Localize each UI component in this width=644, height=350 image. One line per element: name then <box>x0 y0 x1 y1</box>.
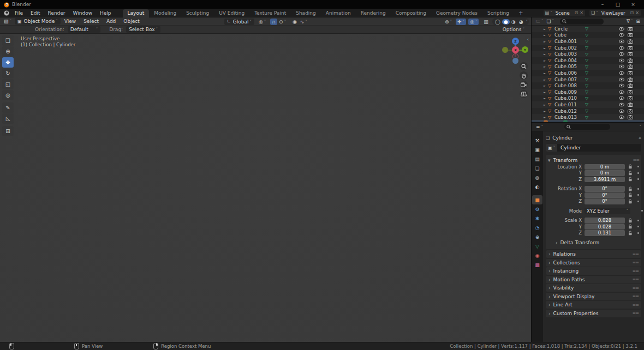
sidebar-collapse-arrow[interactable]: ‹ <box>527 37 529 42</box>
outliner-filter-button[interactable]: ∇ ˅ <box>625 19 635 24</box>
object-name[interactable]: Cube.001 <box>554 39 585 44</box>
outliner-row[interactable]: ► ▽ Cube.003 ▽ <box>532 51 644 57</box>
outliner-row[interactable]: ► ▽ Cube.009 ▽ <box>532 89 644 95</box>
minimize-button[interactable]: – <box>595 2 610 7</box>
hide-in-viewport-toggle[interactable] <box>619 77 624 82</box>
outliner-row[interactable]: ► ▽ Cube.010 ▽ <box>532 95 644 102</box>
drag-handle-icon[interactable]: ≡≡ <box>633 311 639 316</box>
disable-in-renders-toggle[interactable] <box>628 71 633 75</box>
delta-transform-panel[interactable]: › Delta Transform <box>548 239 639 246</box>
object-name[interactable]: Cube.008 <box>554 83 585 88</box>
hide-in-viewport-toggle[interactable] <box>619 90 624 94</box>
disclosure-arrow-icon[interactable]: ► <box>544 78 548 81</box>
tool-button[interactable]: ↻ <box>2 68 14 79</box>
workspace-tab[interactable]: Texture Paint <box>249 9 291 17</box>
maximize-button[interactable]: □ <box>610 2 625 7</box>
snap-target-button[interactable]: ⊙ ˅ <box>277 19 288 25</box>
disable-in-renders-toggle[interactable] <box>628 102 633 107</box>
toggle-perspective-button[interactable] <box>520 90 528 98</box>
workspace-tab[interactable]: Rendering <box>356 9 391 17</box>
workspace-tab[interactable]: UV Editing <box>214 9 249 17</box>
properties-tab[interactable]: ⊕ <box>532 232 542 242</box>
tool-button[interactable]: ◎ <box>2 90 14 100</box>
drag-handle-icon[interactable]: ≡≡ <box>633 294 639 299</box>
hide-in-viewport-toggle[interactable] <box>619 52 624 56</box>
hide-in-viewport-toggle[interactable] <box>619 64 624 69</box>
lock-toggle[interactable] <box>627 177 634 182</box>
tool-button[interactable]: ✥ <box>2 57 14 68</box>
outliner-row[interactable]: ► ▽ Cube.006 ▽ <box>532 70 644 76</box>
hide-in-viewport-toggle[interactable] <box>619 33 624 37</box>
object-name[interactable]: Cube.002 <box>554 45 585 51</box>
hide-in-viewport-toggle[interactable] <box>619 46 624 50</box>
disable-in-renders-toggle[interactable] <box>628 58 633 63</box>
disable-in-renders-toggle[interactable] <box>628 46 633 50</box>
location-field[interactable]: 3.6911 m <box>585 177 625 183</box>
workspace-tab[interactable]: Shading <box>291 9 321 17</box>
disclosure-arrow-icon[interactable]: ► <box>544 71 548 75</box>
animate-dot[interactable] <box>637 201 639 202</box>
animate-dot[interactable] <box>637 232 639 234</box>
add-workspace-button[interactable]: + <box>514 10 527 16</box>
shading-solid-button[interactable]: ● <box>502 19 510 25</box>
show-overlays-button[interactable]: ◎ ˅ <box>468 19 479 25</box>
breadcrumb-object-name[interactable]: Cylinder <box>552 135 573 141</box>
disclosure-arrow-icon[interactable]: ► <box>544 116 548 119</box>
scale-field[interactable]: 0.028 <box>585 218 625 224</box>
lock-toggle[interactable] <box>627 224 634 229</box>
workspace-tab[interactable]: Scripting <box>482 9 514 17</box>
location-field[interactable]: 0 m <box>585 170 625 176</box>
snap-toggle-button[interactable]: ∩ <box>270 19 277 25</box>
gizmo-axis-z-neg[interactable] <box>512 58 518 64</box>
hide-in-viewport-toggle[interactable] <box>619 58 624 63</box>
unlink-scene-icon[interactable]: × <box>580 10 583 15</box>
hide-in-viewport-toggle[interactable] <box>619 96 624 100</box>
properties-tab[interactable]: ◐ <box>532 182 542 191</box>
hide-in-viewport-toggle[interactable] <box>619 102 624 107</box>
properties-tab[interactable]: ◍ <box>532 173 542 182</box>
disable-in-renders-toggle[interactable] <box>628 27 633 31</box>
outliner-row[interactable]: ► ▽ Cube.007 ▽ <box>532 76 644 83</box>
disclosure-arrow-icon[interactable]: ► <box>544 59 548 62</box>
disclosure-arrow-icon[interactable]: ► <box>544 27 548 31</box>
outliner-row[interactable]: ► ▽ Cube.011 ▽ <box>532 101 644 108</box>
properties-tab[interactable]: ◔ <box>532 223 542 232</box>
outliner-row[interactable]: ► ▽ Circle ▽ <box>532 26 644 32</box>
pivot-point-button[interactable]: ◎ ˅ <box>257 19 267 25</box>
disclosure-arrow-icon[interactable]: ► <box>544 46 548 50</box>
animate-dot[interactable] <box>637 194 639 196</box>
outliner-row[interactable]: ► ▽ Cube.008 ▽ <box>532 82 644 89</box>
object-name[interactable]: Cube.013 <box>554 114 585 120</box>
lock-toggle[interactable] <box>627 171 634 176</box>
rotation-mode-dropdown[interactable]: XYZ Euler ˅ <box>585 208 630 214</box>
animate-dot[interactable] <box>637 178 639 180</box>
disclosure-arrow-icon[interactable]: ► <box>544 52 548 56</box>
object-name[interactable]: Cube.006 <box>554 70 585 76</box>
collapsed-panel[interactable]: › Viewport Display ≡≡ <box>546 293 641 300</box>
topbar-menu[interactable]: Render <box>44 10 69 16</box>
workspace-tab[interactable]: Geometry Nodes <box>431 9 482 17</box>
animate-dot[interactable] <box>641 210 643 212</box>
disable-in-renders-toggle[interactable] <box>628 83 633 88</box>
topbar-menu[interactable]: Window <box>69 10 97 16</box>
orientation-default-dropdown[interactable]: Default ˅ <box>68 26 100 33</box>
disable-in-renders-toggle[interactable] <box>628 109 633 113</box>
viewport-menu[interactable]: View <box>61 19 80 24</box>
lock-toggle[interactable] <box>627 186 634 191</box>
properties-editor-type-button[interactable]: ≡ ˅ <box>534 124 545 130</box>
disable-in-renders-toggle[interactable] <box>628 52 633 56</box>
tool-button[interactable]: ◱ <box>2 79 14 89</box>
properties-tab[interactable]: ✱ <box>532 214 542 223</box>
gizmo-axis-x[interactable]: X <box>512 46 519 53</box>
disable-in-renders-toggle[interactable] <box>628 39 633 44</box>
outliner-search-input[interactable] <box>560 19 604 25</box>
collapsed-panel[interactable]: › Line Art ≡≡ <box>546 301 641 309</box>
pan-hand-button[interactable] <box>520 71 528 80</box>
properties-tab[interactable]: ⚒ <box>532 136 542 145</box>
drag-handle-icon[interactable]: ≡≡ <box>633 286 639 291</box>
workspace-tab[interactable]: Layout <box>123 9 150 17</box>
shading-wireframe-button[interactable]: ◯ <box>493 19 502 25</box>
drag-handle-icon[interactable]: ≡≡ <box>633 277 639 282</box>
scale-field[interactable]: 0.131 <box>585 230 625 236</box>
object-name[interactable]: Cube.009 <box>554 89 585 95</box>
